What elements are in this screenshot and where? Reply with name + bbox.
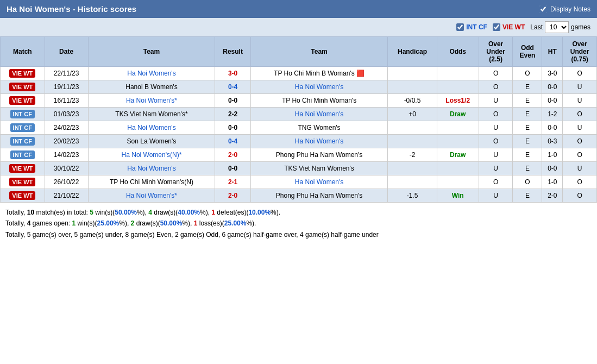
team2-name[interactable]: Ha Noi Women's (250, 135, 387, 148)
table-row: VIE WT30/10/22Ha Noi Women's0-0TKS Viet … (1, 162, 597, 175)
summary-section: Totally, 10 match(es) in total: 5 win(s)… (0, 203, 597, 244)
team2-name[interactable]: TKS Viet Nam Women's (250, 162, 387, 175)
col-result: Result (215, 37, 251, 67)
last-games-filter: Last 5 10 15 20 25 30 games (530, 21, 590, 33)
odd-even: E (513, 121, 542, 135)
over-under-25: U (479, 121, 513, 135)
half-time-score: 1-2 (542, 108, 563, 121)
vie-wt-checkbox[interactable] (493, 23, 500, 31)
odd-even: E (513, 189, 542, 203)
team2-name[interactable]: TP Ho Chi Minh B Woman's 🟥 (250, 67, 387, 80)
over-under-075: U (563, 162, 597, 175)
team1-name[interactable]: Ha Noi Women's (88, 162, 215, 175)
int-cf-label: INT CF (466, 23, 487, 31)
col-handicap: Handicap (388, 37, 437, 67)
team1-name[interactable]: Hanoi B Women's (88, 80, 215, 94)
page-header: Ha Noi Women's - Historic scores Display… (0, 0, 597, 18)
handicap (388, 121, 437, 135)
team2-name[interactable]: Phong Phu Ha Nam Women's (250, 189, 387, 203)
col-date: Date (45, 37, 88, 67)
over-under-25: O (479, 80, 513, 94)
odd-even: E (513, 94, 542, 108)
team1-name[interactable]: Son La Women's (88, 135, 215, 148)
table-row: INT CF14/02/23Ha Noi Women's(N)*2-0Phong… (1, 148, 597, 162)
team2-name[interactable]: Phong Phu Ha Nam Women's (250, 148, 387, 162)
over-under-25: U (479, 189, 513, 203)
handicap: -0/0.5 (388, 94, 437, 108)
match-result: 2-0 (215, 148, 251, 162)
table-row: INT CF01/03/23TKS Viet Nam Women's*2-2Ha… (1, 108, 597, 121)
match-date: 26/10/22 (45, 175, 88, 189)
col-team1: Team (88, 37, 215, 67)
games-label: games (571, 23, 590, 31)
match-result: 2-1 (215, 175, 251, 189)
col-over-under-075: OverUnder(0.75) (563, 37, 597, 67)
int-cf-checkbox[interactable] (456, 23, 464, 31)
col-over-under-25: OverUnder(2.5) (479, 37, 513, 67)
odds: Win (437, 189, 479, 203)
team2-name[interactable]: TP Ho Chi Minh Woman's (250, 94, 387, 108)
match-result: 0-0 (215, 162, 251, 175)
half-time-score: 0-3 (542, 135, 563, 148)
handicap (388, 135, 437, 148)
match-badge: VIE WT (1, 175, 45, 189)
match-badge: VIE WT (1, 67, 45, 80)
col-odds: Odds (437, 37, 479, 67)
match-badge: INT CF (1, 135, 45, 148)
summary-line3: Totally, 5 game(s) over, 5 game(s) under… (5, 229, 592, 240)
over-under-075: U (563, 94, 597, 108)
match-date: 24/02/23 (45, 121, 88, 135)
col-team2: Team (250, 37, 387, 67)
odd-even: E (513, 80, 542, 94)
team1-name[interactable]: Ha Noi Women's* (88, 94, 215, 108)
team2-name[interactable]: TNG Women's (250, 121, 387, 135)
team1-name[interactable]: Ha Noi Women's* (88, 189, 215, 203)
handicap: -2 (388, 148, 437, 162)
team2-name[interactable]: Ha Noi Women's (250, 108, 387, 121)
team1-name[interactable]: TKS Viet Nam Women's* (88, 108, 215, 121)
odds: Loss1/2 (437, 94, 479, 108)
team2-name[interactable]: Ha Noi Women's (250, 80, 387, 94)
table-row: INT CF20/02/23Son La Women's0-4Ha Noi Wo… (1, 135, 597, 148)
team1-name[interactable]: Ha Noi Women's(N)* (88, 148, 215, 162)
match-result: 2-0 (215, 189, 251, 203)
over-under-075: O (563, 135, 597, 148)
odd-even: E (513, 135, 542, 148)
over-under-25: U (479, 94, 513, 108)
match-badge: VIE WT (1, 80, 45, 94)
odds (437, 80, 479, 94)
match-result: 0-4 (215, 80, 251, 94)
over-under-075: U (563, 121, 597, 135)
last-games-select[interactable]: 5 10 15 20 25 30 (545, 21, 569, 33)
over-under-075: O (563, 108, 597, 121)
over-under-075: O (563, 148, 597, 162)
table-header-row: Match Date Team Result Team Handicap Odd… (1, 37, 597, 67)
over-under-25: U (479, 148, 513, 162)
team1-name[interactable]: TP Ho Chi Minh Woman's(N) (88, 175, 215, 189)
odds (437, 175, 479, 189)
display-notes-checkbox[interactable] (539, 5, 547, 13)
odds (437, 162, 479, 175)
match-badge: VIE WT (1, 189, 45, 203)
half-time-score: 3-0 (542, 67, 563, 80)
table-row: INT CF24/02/23Ha Noi Women's0-0TNG Women… (1, 121, 597, 135)
handicap: +0 (388, 108, 437, 121)
team1-name[interactable]: Ha Noi Women's (88, 67, 215, 80)
odd-even: E (513, 148, 542, 162)
match-badge: VIE WT (1, 94, 45, 108)
page-title: Ha Noi Women's - Historic scores (7, 4, 136, 14)
match-result: 0-0 (215, 121, 251, 135)
match-badge: VIE WT (1, 162, 45, 175)
match-result: 0-0 (215, 94, 251, 108)
table-row: VIE WT21/10/22Ha Noi Women's*2-0Phong Ph… (1, 189, 597, 203)
team1-name[interactable]: Ha Noi Women's (88, 121, 215, 135)
scores-table: Match Date Team Result Team Handicap Odd… (0, 36, 597, 203)
half-time-score: 0-0 (542, 162, 563, 175)
match-date: 21/10/22 (45, 189, 88, 203)
team2-name[interactable]: Ha Noi Women's (250, 175, 387, 189)
display-notes-label: Display Notes (550, 5, 590, 13)
half-time-score: 0-0 (542, 80, 563, 94)
int-cf-filter: INT CF (456, 23, 487, 31)
match-date: 19/11/23 (45, 80, 88, 94)
col-match: Match (1, 37, 45, 67)
